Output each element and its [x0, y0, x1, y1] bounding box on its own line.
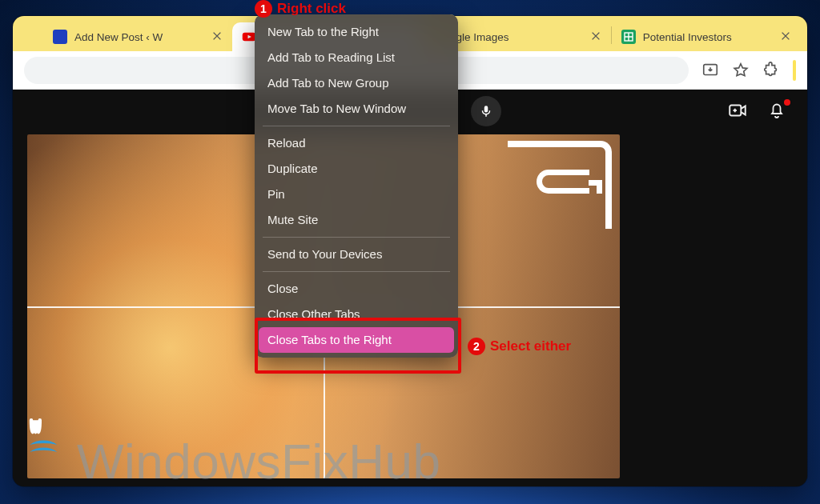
- tab-title: Potential Investors: [643, 31, 773, 43]
- close-icon[interactable]: [590, 30, 603, 43]
- callout-text: Right click: [277, 1, 346, 17]
- close-icon[interactable]: [211, 30, 224, 43]
- wordpress-icon: [53, 30, 67, 44]
- callout-2: 2 Select either: [468, 338, 571, 355]
- callout-text: Select either: [490, 338, 571, 354]
- menu-item[interactable]: Duplicate: [255, 156, 458, 182]
- menu-item[interactable]: Close Tabs to the Right: [259, 327, 454, 353]
- callout-badge: 1: [255, 0, 272, 18]
- create-video-icon[interactable]: [727, 100, 746, 119]
- close-icon[interactable]: [780, 30, 793, 43]
- menu-item[interactable]: Send to Your Devices: [255, 242, 458, 267]
- doodle-battery: [537, 170, 589, 194]
- tab-1[interactable]: Add New Post ‹ W: [43, 22, 232, 51]
- tab-title: oogle Images: [444, 31, 583, 43]
- menu-separator: [263, 271, 450, 272]
- voice-search-icon[interactable]: [471, 96, 501, 126]
- watermark-logo: [24, 411, 67, 462]
- menu-item[interactable]: Add Tab to Reading List: [255, 45, 458, 70]
- bookmark-star-icon[interactable]: [732, 62, 750, 79]
- notification-dot: [782, 98, 792, 107]
- tab-title: Add New Post ‹ W: [74, 31, 204, 43]
- menu-item[interactable]: Move Tab to New Window: [255, 96, 458, 122]
- menu-item[interactable]: Close: [255, 276, 458, 302]
- menu-separator: [263, 126, 450, 126]
- sheets-icon: [621, 30, 636, 44]
- menu-item[interactable]: Pin: [255, 182, 458, 207]
- menu-item[interactable]: Close Other Tabs: [255, 302, 458, 327]
- menu-item[interactable]: Reload: [255, 130, 458, 156]
- menu-item[interactable]: Mute Site: [255, 207, 458, 233]
- tab-4[interactable]: Potential Investors: [612, 22, 801, 51]
- install-app-icon[interactable]: [701, 62, 719, 79]
- extensions-puzzle-icon[interactable]: [762, 62, 780, 79]
- callout-badge: 2: [468, 338, 485, 355]
- tab-context-menu: New Tab to the RightAdd Tab to Reading L…: [255, 14, 458, 358]
- menu-separator: [263, 237, 450, 238]
- notifications-bell-icon[interactable]: [767, 100, 786, 119]
- menu-item[interactable]: New Tab to the Right: [255, 19, 458, 45]
- callout-1: 1 Right click: [255, 0, 346, 18]
- menu-item[interactable]: Add Tab to New Group: [255, 70, 458, 96]
- profile-accent: [793, 60, 796, 81]
